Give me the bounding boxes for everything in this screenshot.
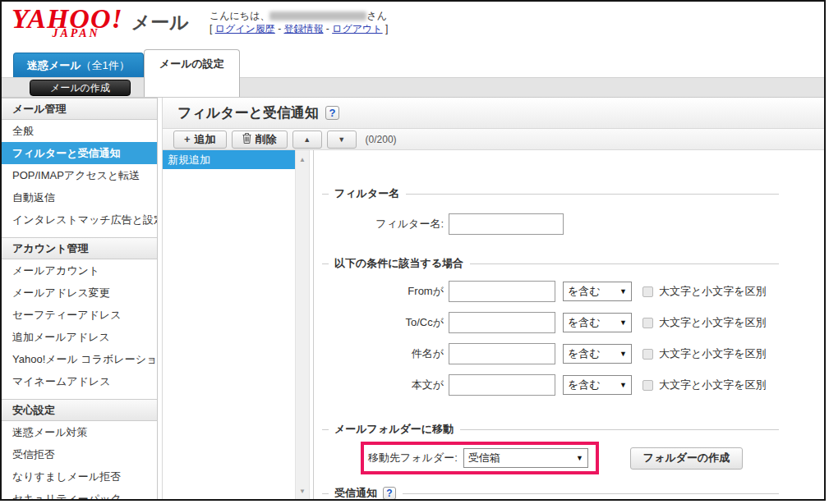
- tab-bar: 迷惑メール（全1件） メールの設定: [2, 49, 824, 77]
- yahoo-japan-mail-logo[interactable]: YAHOO! JAPAN メール: [12, 5, 189, 40]
- main-panel: フィルターと受信通知 ? + 追加 削除 ▲ ▼ (0/200): [162, 98, 824, 501]
- sidebar-item-filters[interactable]: フィルターと受信通知: [2, 142, 157, 164]
- sidebar-item-spoofing-reject[interactable]: なりすましメール拒否: [2, 465, 157, 488]
- help-icon[interactable]: ?: [325, 106, 339, 120]
- move-folder-label: 移動先フォルダー:: [368, 451, 458, 465]
- product-name: メール: [131, 10, 189, 35]
- sidebar-item-interest-match[interactable]: インタレストマッチ広告と設定: [2, 208, 157, 231]
- condition-from-case-checkbox[interactable]: [642, 286, 653, 297]
- sidebar-item-spam-measures[interactable]: 迷惑メール対策: [2, 421, 157, 443]
- destination-folder-select[interactable]: 受信箱 ▼: [463, 448, 588, 468]
- case-sensitive-label: 大文字と小文字を区別: [659, 378, 767, 392]
- sidebar-item-mail-account[interactable]: メールアカウント: [2, 259, 157, 282]
- condition-tocc-case-checkbox[interactable]: [642, 318, 653, 328]
- condition-body-case-checkbox[interactable]: [642, 380, 653, 391]
- move-folder-row: 移動先フォルダー: 受信箱 ▼ フォルダーの作成: [322, 442, 779, 474]
- sidebar-item-myname-address[interactable]: マイネームアドレス: [2, 370, 157, 392]
- filter-name-input[interactable]: [449, 213, 564, 235]
- notification-help-icon[interactable]: ?: [383, 487, 396, 500]
- sidebar-section-mail-management: メール管理: [2, 98, 157, 120]
- tab-mail-settings[interactable]: メールの設定: [144, 49, 240, 97]
- case-sensitive-label: 大文字と小文字を区別: [659, 315, 767, 330]
- greeting-prefix: こんにちは、: [210, 10, 269, 21]
- filter-list-scrollbar[interactable]: ▲ ▼: [295, 150, 310, 501]
- sidebar-item-reject[interactable]: 受信拒否: [2, 443, 157, 465]
- filter-count: (0/200): [366, 134, 397, 145]
- divider: [403, 493, 779, 494]
- divider: [406, 194, 779, 195]
- operator-value: を含む: [568, 284, 601, 299]
- move-down-icon: ▼: [338, 135, 345, 144]
- destination-folder-value: 受信箱: [468, 451, 500, 465]
- condition-subject-label: 件名が: [322, 346, 444, 361]
- bracket-open: [: [210, 23, 212, 34]
- condition-from-operator-select[interactable]: を含む ▼: [563, 282, 632, 301]
- compose-mail-button[interactable]: メールの作成: [30, 80, 131, 96]
- dropdown-caret-icon: ▼: [615, 318, 627, 327]
- account-links: [ ログイン履歴 - 登録情報 - ログアウト ]: [210, 22, 388, 35]
- sidebar-item-address-change[interactable]: メールアドレス変更: [2, 282, 157, 304]
- dropdown-caret-icon: ▼: [615, 381, 627, 389]
- condition-body-operator-select[interactable]: を含む ▼: [563, 375, 632, 395]
- section-move-folder: メールフォルダーに移動: [322, 422, 779, 437]
- sub-toolbar: メールの作成: [2, 77, 824, 98]
- condition-body-input[interactable]: [449, 374, 555, 396]
- move-up-button[interactable]: ▲: [292, 131, 322, 149]
- operator-value: を含む: [568, 346, 601, 361]
- divider: [322, 263, 329, 264]
- sidebar-item-collaboration[interactable]: Yahoo!メール コラボレーション: [2, 348, 157, 370]
- sidebar-item-security-pack[interactable]: セキュリティーパック: [2, 488, 157, 501]
- sidebar-item-safety-address[interactable]: セーフティーアドレス: [2, 304, 157, 326]
- tab-spam-label: 迷惑メール: [27, 59, 81, 71]
- sidebar-item-pop-imap[interactable]: POP/IMAPアクセスと転送: [2, 164, 157, 186]
- move-down-button[interactable]: ▼: [327, 131, 357, 149]
- logout-link[interactable]: ログアウト: [332, 23, 382, 34]
- add-filter-button[interactable]: + 追加: [173, 131, 227, 149]
- section-notification: 受信通知 ?: [322, 486, 779, 501]
- login-history-link[interactable]: ログイン履歴: [215, 23, 275, 34]
- move-up-icon: ▲: [303, 135, 311, 144]
- tab-spam-mail[interactable]: 迷惑メール（全1件）: [13, 53, 144, 77]
- section-conditions-legend: 以下の条件に該当する場合: [334, 256, 463, 271]
- sidebar-item-additional-address[interactable]: 追加メールアドレス: [2, 326, 157, 348]
- create-folder-button[interactable]: フォルダーの作成: [630, 447, 744, 470]
- tab-spam-count: （全1件）: [81, 59, 130, 71]
- highlight-box: 移動先フォルダー: 受信箱 ▼: [361, 442, 599, 474]
- scroll-up-icon[interactable]: ▲: [296, 156, 309, 163]
- greeting-suffix: さん: [366, 10, 387, 21]
- condition-subject-operator-select[interactable]: を含む ▼: [563, 344, 632, 364]
- condition-tocc-label: To/Ccが: [322, 315, 444, 330]
- trash-icon: [242, 133, 251, 146]
- browser-content: YAHOO! JAPAN メール こんにちは、さん [ ログイン履歴 - 登録情…: [0, 0, 826, 501]
- condition-tocc-input[interactable]: [449, 312, 555, 333]
- divider: [460, 429, 779, 430]
- bracket-close: ]: [385, 23, 388, 34]
- condition-subject-case-checkbox[interactable]: [642, 349, 653, 360]
- tab-settings-label: メールの設定: [159, 57, 224, 70]
- page-title: フィルターと受信通知: [177, 103, 319, 122]
- dropdown-caret-icon: ▼: [615, 350, 627, 358]
- list-item-new-filter[interactable]: 新規追加: [163, 150, 295, 169]
- condition-tocc-operator-select[interactable]: を含む ▼: [563, 313, 632, 332]
- filter-toolbar: + 追加 削除 ▲ ▼ (0/200): [163, 129, 824, 150]
- filter-name-row: フィルター名:: [322, 213, 779, 235]
- username-blurred: [269, 11, 366, 21]
- dropdown-caret-icon: ▼: [615, 287, 627, 296]
- condition-row-body: 本文が を含む ▼ 大文字と小文字を区別: [322, 374, 779, 396]
- sidebar-item-general[interactable]: 全般: [2, 120, 157, 142]
- scroll-down-icon[interactable]: ▼: [296, 488, 309, 495]
- filter-list: 新規追加: [163, 150, 295, 501]
- sidebar-section-safety-settings: 安心設定: [2, 399, 157, 421]
- registration-info-link[interactable]: 登録情報: [284, 23, 324, 34]
- section-notification-legend: 受信通知: [334, 486, 377, 501]
- delete-button-label: 削除: [256, 132, 277, 147]
- sidebar-item-auto-reply[interactable]: 自動返信: [2, 186, 157, 208]
- section-conditions: 以下の条件に該当する場合: [322, 256, 779, 271]
- delete-filter-button[interactable]: 削除: [232, 131, 288, 149]
- operator-value: を含む: [568, 378, 601, 392]
- settings-sidebar: メール管理 全般 フィルターと受信通知 POP/IMAPアクセスと転送 自動返信…: [2, 98, 158, 501]
- link-separator: -: [278, 23, 281, 34]
- condition-from-input[interactable]: [449, 281, 555, 302]
- divider: [322, 429, 329, 430]
- condition-subject-input[interactable]: [449, 343, 555, 364]
